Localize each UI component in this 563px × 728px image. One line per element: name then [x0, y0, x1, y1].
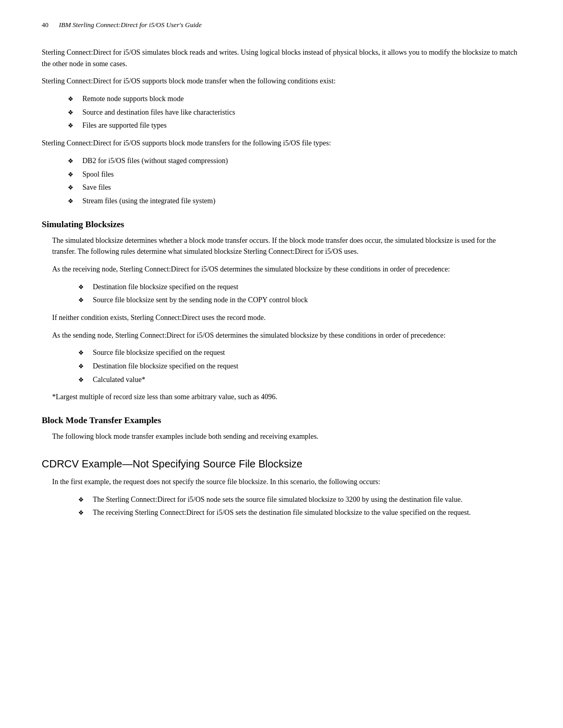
sending-list: ❖ Source file blocksize specified on the…: [52, 347, 521, 385]
list-item: ❖ Destination file blocksize specified o…: [52, 361, 521, 372]
intro-para-2: Sterling Connect:Direct for i5/OS suppor…: [42, 76, 521, 87]
simulating-para-2: As the receiving node, Sterling Connect:…: [52, 264, 521, 275]
sending-bullet-3: Calculated value*: [93, 374, 521, 386]
list-item: ❖ Source file blocksize specified on the…: [52, 347, 521, 359]
intro-para-1: Sterling Connect:Direct for i5/OS simula…: [42, 47, 521, 69]
list-item: ❖ Save files: [42, 182, 521, 193]
cdrcv-list: ❖ The Sterling Connect:Direct for i5/OS …: [52, 494, 521, 519]
file-type-3: Save files: [82, 182, 521, 193]
conditions-list: ❖ Remote node supports block mode ❖ Sour…: [42, 93, 521, 131]
page-header-title: IBM Sterling Connect:Direct for i5/OS Us…: [59, 21, 202, 29]
file-types-intro: Sterling Connect:Direct for i5/OS suppor…: [42, 138, 521, 149]
cdrcv-bullet-2: The receiving Sterling Connect:Direct fo…: [93, 507, 521, 519]
page-header: 40 IBM Sterling Connect:Direct for i5/OS…: [42, 21, 521, 31]
receiving-bullet-1: Destination file blocksize specified on …: [93, 281, 521, 293]
bullet-diamond-icon: ❖: [73, 281, 89, 292]
bullet-diamond-icon: ❖: [73, 361, 89, 372]
simulating-heading: Simulating Blocksizes: [42, 219, 521, 230]
cdrcv-bullet-1: The Sterling Connect:Direct for i5/OS no…: [93, 494, 521, 505]
bullet-diamond-icon: ❖: [63, 120, 78, 131]
list-item: ❖ Destination file blocksize specified o…: [52, 281, 521, 293]
list-item: ❖ Source and destination files have like…: [42, 107, 521, 118]
list-item: ❖ The Sterling Connect:Direct for i5/OS …: [52, 494, 521, 505]
simulating-para-1: The simulated blocksize determines wheth…: [52, 235, 521, 257]
bullet-diamond-icon: ❖: [73, 374, 89, 385]
bullet-diamond-icon: ❖: [63, 155, 78, 166]
sending-bullet-2: Destination file blocksize specified on …: [93, 361, 521, 372]
condition-3: Files are supported file types: [82, 120, 521, 131]
sending-bullet-1: Source file blocksize specified on the r…: [93, 347, 521, 359]
condition-1: Remote node supports block mode: [82, 93, 521, 105]
bullet-diamond-icon: ❖: [73, 294, 89, 305]
list-item: ❖ Remote node supports block mode: [42, 93, 521, 105]
bullet-diamond-icon: ❖: [63, 182, 78, 193]
receiving-list: ❖ Destination file blocksize specified o…: [52, 281, 521, 306]
neither-condition: If neither condition exists, Sterling Co…: [52, 312, 521, 324]
bullet-diamond-icon: ❖: [73, 347, 89, 358]
bullet-diamond-icon: ❖: [63, 107, 78, 118]
block-mode-para: The following block mode transfer exampl…: [52, 431, 521, 442]
list-item: ❖ Stream files (using the integrated fil…: [42, 195, 521, 207]
file-type-1: DB2 for i5/OS files (without staged comp…: [82, 155, 521, 167]
bullet-diamond-icon: ❖: [63, 93, 78, 104]
simulating-content: The simulated blocksize determines wheth…: [42, 235, 521, 403]
file-types-list: ❖ DB2 for i5/OS files (without staged co…: [42, 155, 521, 207]
page-number: 40: [42, 21, 48, 29]
file-type-4: Stream files (using the integrated file …: [82, 195, 521, 207]
sending-intro: As the sending node, Sterling Connect:Di…: [52, 330, 521, 341]
cdrcv-content: In the first example, the request does n…: [42, 476, 521, 519]
footnote: *Largest multiple of record size less th…: [52, 391, 521, 403]
list-item: ❖ Calculated value*: [52, 374, 521, 386]
bullet-diamond-icon: ❖: [73, 507, 89, 518]
file-type-2: Spool files: [82, 169, 521, 180]
list-item: ❖ Spool files: [42, 169, 521, 180]
list-item: ❖ Source file blocksize sent by the send…: [52, 294, 521, 306]
list-item: ❖ Files are supported file types: [42, 120, 521, 131]
bullet-diamond-icon: ❖: [63, 169, 78, 180]
cdrcv-intro: In the first example, the request does n…: [52, 476, 521, 488]
cdrcv-heading: CDRCV Example—Not Specifying Source File…: [42, 458, 521, 470]
main-content: Sterling Connect:Direct for i5/OS simula…: [42, 47, 521, 519]
list-item: ❖ The receiving Sterling Connect:Direct …: [52, 507, 521, 519]
block-mode-content: The following block mode transfer exampl…: [42, 431, 521, 442]
receiving-bullet-2: Source file blocksize sent by the sendin…: [93, 294, 521, 306]
list-item: ❖ DB2 for i5/OS files (without staged co…: [42, 155, 521, 167]
bullet-diamond-icon: ❖: [63, 195, 78, 206]
page: 40 IBM Sterling Connect:Direct for i5/OS…: [0, 0, 563, 728]
condition-2: Source and destination files have like c…: [82, 107, 521, 118]
block-mode-heading: Block Mode Transfer Examples: [42, 415, 521, 426]
bullet-diamond-icon: ❖: [73, 494, 89, 505]
